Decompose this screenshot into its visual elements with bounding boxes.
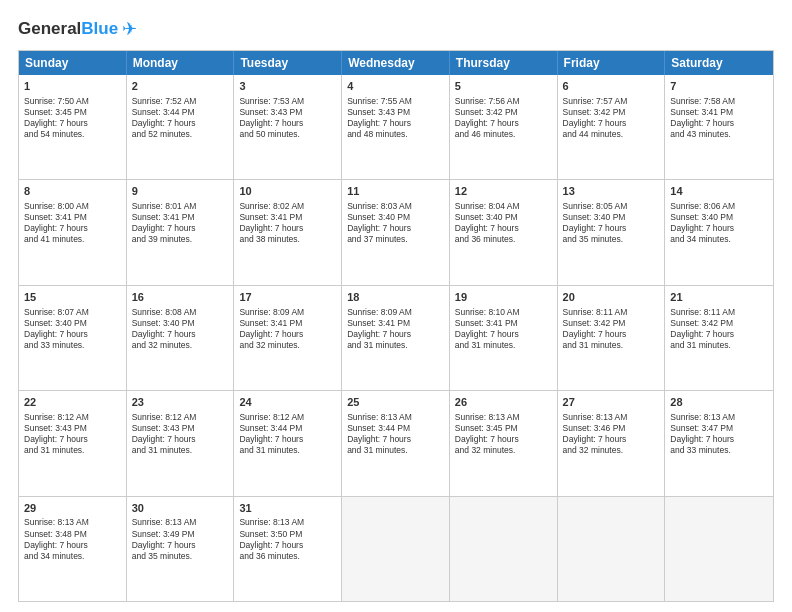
- day-number: 29: [24, 501, 121, 516]
- weekday-header-saturday: Saturday: [665, 51, 773, 75]
- cell-info: Sunrise: 8:09 AMSunset: 3:41 PMDaylight:…: [347, 307, 444, 351]
- cell-line: Sunset: 3:40 PM: [455, 212, 552, 223]
- cell-line: Sunset: 3:42 PM: [563, 318, 660, 329]
- cell-line: Sunset: 3:42 PM: [670, 318, 768, 329]
- calendar-row-1: 1Sunrise: 7:50 AMSunset: 3:45 PMDaylight…: [19, 75, 773, 179]
- cell-line: Sunrise: 8:06 AM: [670, 201, 768, 212]
- cell-line: Sunrise: 8:01 AM: [132, 201, 229, 212]
- cell-line: Sunrise: 7:50 AM: [24, 96, 121, 107]
- cell-info: Sunrise: 7:55 AMSunset: 3:43 PMDaylight:…: [347, 96, 444, 140]
- calendar-cell: 19Sunrise: 8:10 AMSunset: 3:41 PMDayligh…: [450, 286, 558, 390]
- cell-line: Sunrise: 8:11 AM: [563, 307, 660, 318]
- calendar-cell: 21Sunrise: 8:11 AMSunset: 3:42 PMDayligh…: [665, 286, 773, 390]
- calendar-cell: 27Sunrise: 8:13 AMSunset: 3:46 PMDayligh…: [558, 391, 666, 495]
- cell-line: Sunrise: 8:09 AM: [239, 307, 336, 318]
- cell-info: Sunrise: 8:07 AMSunset: 3:40 PMDaylight:…: [24, 307, 121, 351]
- cell-info: Sunrise: 8:13 AMSunset: 3:45 PMDaylight:…: [455, 412, 552, 456]
- calendar-row-5: 29Sunrise: 8:13 AMSunset: 3:48 PMDayligh…: [19, 496, 773, 601]
- cell-line: Sunrise: 8:13 AM: [24, 517, 121, 528]
- calendar-cell: [665, 497, 773, 601]
- cell-line: Sunrise: 8:03 AM: [347, 201, 444, 212]
- cell-line: and 36 minutes.: [455, 234, 552, 245]
- day-number: 19: [455, 290, 552, 305]
- calendar-row-3: 15Sunrise: 8:07 AMSunset: 3:40 PMDayligh…: [19, 285, 773, 390]
- day-number: 6: [563, 79, 660, 94]
- calendar-cell: 12Sunrise: 8:04 AMSunset: 3:40 PMDayligh…: [450, 180, 558, 284]
- cell-info: Sunrise: 8:13 AMSunset: 3:50 PMDaylight:…: [239, 517, 336, 561]
- calendar-cell: 8Sunrise: 8:00 AMSunset: 3:41 PMDaylight…: [19, 180, 127, 284]
- calendar-cell: 13Sunrise: 8:05 AMSunset: 3:40 PMDayligh…: [558, 180, 666, 284]
- cell-line: and 31 minutes.: [24, 445, 121, 456]
- cell-info: Sunrise: 7:56 AMSunset: 3:42 PMDaylight:…: [455, 96, 552, 140]
- cell-line: Daylight: 7 hours: [239, 223, 336, 234]
- cell-line: Sunrise: 7:52 AM: [132, 96, 229, 107]
- cell-line: Daylight: 7 hours: [455, 223, 552, 234]
- weekday-header-monday: Monday: [127, 51, 235, 75]
- cell-line: Daylight: 7 hours: [24, 329, 121, 340]
- cell-line: Daylight: 7 hours: [132, 118, 229, 129]
- calendar-cell: 31Sunrise: 8:13 AMSunset: 3:50 PMDayligh…: [234, 497, 342, 601]
- cell-info: Sunrise: 8:12 AMSunset: 3:43 PMDaylight:…: [132, 412, 229, 456]
- calendar-cell: 18Sunrise: 8:09 AMSunset: 3:41 PMDayligh…: [342, 286, 450, 390]
- day-number: 20: [563, 290, 660, 305]
- calendar-cell: 22Sunrise: 8:12 AMSunset: 3:43 PMDayligh…: [19, 391, 127, 495]
- cell-line: and 46 minutes.: [455, 129, 552, 140]
- day-number: 4: [347, 79, 444, 94]
- calendar-cell: 6Sunrise: 7:57 AMSunset: 3:42 PMDaylight…: [558, 75, 666, 179]
- cell-line: Sunset: 3:44 PM: [239, 423, 336, 434]
- day-number: 8: [24, 184, 121, 199]
- cell-line: Sunrise: 8:00 AM: [24, 201, 121, 212]
- cell-info: Sunrise: 8:05 AMSunset: 3:40 PMDaylight:…: [563, 201, 660, 245]
- calendar-cell: 3Sunrise: 7:53 AMSunset: 3:43 PMDaylight…: [234, 75, 342, 179]
- day-number: 3: [239, 79, 336, 94]
- cell-line: Sunset: 3:40 PM: [24, 318, 121, 329]
- cell-line: Sunset: 3:43 PM: [347, 107, 444, 118]
- cell-line: Daylight: 7 hours: [24, 434, 121, 445]
- cell-info: Sunrise: 8:13 AMSunset: 3:44 PMDaylight:…: [347, 412, 444, 456]
- cell-line: and 31 minutes.: [563, 340, 660, 351]
- cell-line: Sunrise: 8:02 AM: [239, 201, 336, 212]
- cell-line: Daylight: 7 hours: [563, 329, 660, 340]
- cell-line: and 33 minutes.: [670, 445, 768, 456]
- cell-info: Sunrise: 8:13 AMSunset: 3:49 PMDaylight:…: [132, 517, 229, 561]
- cell-line: and 31 minutes.: [455, 340, 552, 351]
- day-number: 16: [132, 290, 229, 305]
- cell-line: and 31 minutes.: [239, 445, 336, 456]
- cell-info: Sunrise: 8:11 AMSunset: 3:42 PMDaylight:…: [563, 307, 660, 351]
- cell-line: Sunrise: 8:08 AM: [132, 307, 229, 318]
- cell-line: Sunrise: 8:12 AM: [24, 412, 121, 423]
- cell-info: Sunrise: 8:13 AMSunset: 3:48 PMDaylight:…: [24, 517, 121, 561]
- calendar-header: SundayMondayTuesdayWednesdayThursdayFrid…: [19, 51, 773, 75]
- day-number: 28: [670, 395, 768, 410]
- calendar-cell: 5Sunrise: 7:56 AMSunset: 3:42 PMDaylight…: [450, 75, 558, 179]
- cell-line: Daylight: 7 hours: [563, 118, 660, 129]
- cell-line: Sunset: 3:40 PM: [670, 212, 768, 223]
- cell-info: Sunrise: 8:11 AMSunset: 3:42 PMDaylight:…: [670, 307, 768, 351]
- cell-line: and 35 minutes.: [132, 551, 229, 562]
- day-number: 2: [132, 79, 229, 94]
- calendar-cell: 17Sunrise: 8:09 AMSunset: 3:41 PMDayligh…: [234, 286, 342, 390]
- cell-info: Sunrise: 8:10 AMSunset: 3:41 PMDaylight:…: [455, 307, 552, 351]
- day-number: 18: [347, 290, 444, 305]
- calendar-cell: 23Sunrise: 8:12 AMSunset: 3:43 PMDayligh…: [127, 391, 235, 495]
- cell-line: Sunset: 3:40 PM: [347, 212, 444, 223]
- calendar-cell: [342, 497, 450, 601]
- cell-line: Sunrise: 8:13 AM: [670, 412, 768, 423]
- header: GeneralBlue ✈: [18, 18, 774, 40]
- calendar-cell: 16Sunrise: 8:08 AMSunset: 3:40 PMDayligh…: [127, 286, 235, 390]
- cell-line: Daylight: 7 hours: [24, 540, 121, 551]
- cell-line: and 39 minutes.: [132, 234, 229, 245]
- cell-line: Sunset: 3:46 PM: [563, 423, 660, 434]
- cell-line: Sunrise: 7:56 AM: [455, 96, 552, 107]
- cell-info: Sunrise: 7:53 AMSunset: 3:43 PMDaylight:…: [239, 96, 336, 140]
- page: GeneralBlue ✈ SundayMondayTuesdayWednesd…: [0, 0, 792, 612]
- cell-line: Sunset: 3:41 PM: [347, 318, 444, 329]
- cell-line: Daylight: 7 hours: [347, 434, 444, 445]
- cell-line: Sunset: 3:43 PM: [132, 423, 229, 434]
- day-number: 15: [24, 290, 121, 305]
- cell-line: and 31 minutes.: [132, 445, 229, 456]
- cell-line: Daylight: 7 hours: [670, 329, 768, 340]
- cell-line: Sunrise: 8:13 AM: [239, 517, 336, 528]
- calendar-cell: 7Sunrise: 7:58 AMSunset: 3:41 PMDaylight…: [665, 75, 773, 179]
- cell-line: and 32 minutes.: [563, 445, 660, 456]
